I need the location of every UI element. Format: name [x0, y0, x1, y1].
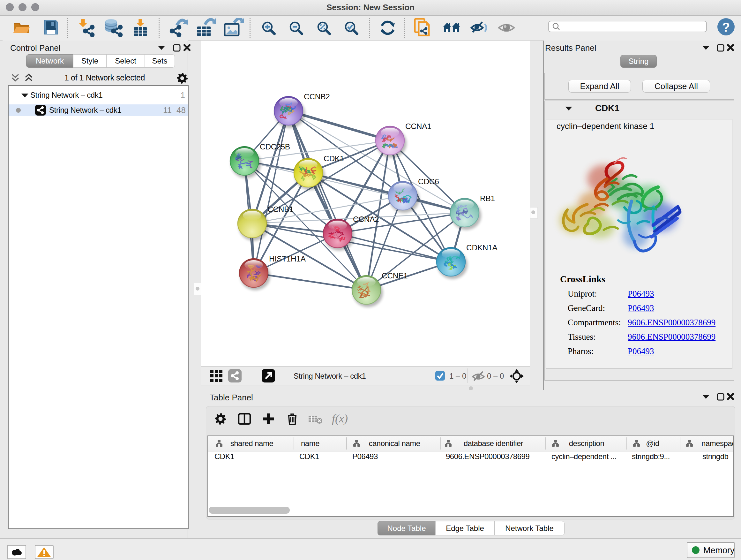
svg-text:CDKN1A: CDKN1A — [466, 243, 498, 252]
svg-text:RB1: RB1 — [480, 194, 495, 203]
svg-text:CCNB2: CCNB2 — [304, 92, 330, 101]
svg-text:CDC25B: CDC25B — [260, 142, 290, 151]
svg-text:database identifier: database identifier — [464, 439, 523, 448]
svg-text:canonical name: canonical name — [368, 439, 420, 448]
svg-text:name: name — [301, 439, 320, 448]
svg-text:CCNA2: CCNA2 — [353, 215, 379, 224]
svg-text:CDK1: CDK1 — [324, 154, 344, 163]
svg-text:CDC6: CDC6 — [418, 177, 439, 186]
svg-text:namespace: namespace — [701, 439, 733, 448]
svg-text:CCNE1: CCNE1 — [382, 271, 408, 280]
svg-text:CCNA1: CCNA1 — [405, 122, 431, 131]
svg-text:CCNB1: CCNB1 — [267, 205, 293, 213]
svg-text:HIST1H1A: HIST1H1A — [269, 254, 306, 263]
svg-text:@id: @id — [646, 439, 659, 448]
svg-text:description: description — [569, 439, 604, 448]
svg-text:shared name: shared name — [230, 439, 273, 448]
